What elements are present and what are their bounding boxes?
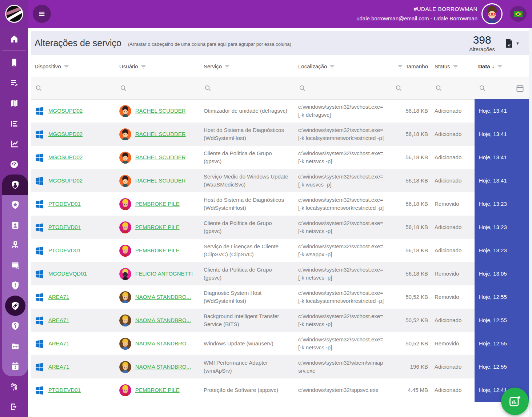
scrollbar-track[interactable] bbox=[529, 28, 532, 417]
device-link[interactable]: MGODEVQD01 bbox=[48, 270, 87, 278]
sidebar-item-levels[interactable] bbox=[0, 113, 28, 134]
device-link[interactable]: MGOSUPD02 bbox=[48, 153, 83, 161]
sidebar-item-shield-alert[interactable] bbox=[2, 276, 28, 296]
user-link[interactable]: PEMBROKE PILE bbox=[135, 246, 180, 254]
table-row[interactable]: MGOSUPD02 RACHEL SCUDDER Serviço Medic d… bbox=[31, 169, 529, 192]
sidebar-item-network-upload[interactable] bbox=[2, 235, 28, 256]
sidebar-item-map[interactable] bbox=[0, 93, 28, 113]
app-window: #UDALE BORROWMAN udale.borrowman@email.c… bbox=[0, 0, 532, 417]
menu-toggle-button[interactable] bbox=[33, 5, 51, 23]
sidebar-item-reports[interactable] bbox=[0, 134, 28, 154]
user-link[interactable]: FELICIO ANTOGNETTI bbox=[135, 270, 193, 278]
calendar-icon bbox=[516, 84, 524, 92]
table-row[interactable]: MGOSUPD02 RACHEL SCUDDER Host do Sistema… bbox=[31, 123, 529, 146]
table-row[interactable]: PTODEVD01 PEMBROKE PILE Host do Sistema … bbox=[31, 192, 529, 216]
service-status: Adicionado bbox=[431, 123, 475, 146]
service-name: Windows Update (wuauserv) bbox=[200, 332, 295, 355]
sidebar-item-shield-link-active[interactable] bbox=[2, 296, 28, 316]
user-link[interactable]: RACHEL SCUDDER bbox=[135, 177, 186, 185]
user-link[interactable]: PEMBROKE PILE bbox=[135, 386, 180, 394]
col-header-usuario[interactable]: Usuário bbox=[116, 55, 200, 77]
sidebar-item-fingerprint[interactable] bbox=[0, 376, 28, 397]
device-link[interactable]: AREA71 bbox=[48, 316, 69, 324]
sidebar-item-home[interactable] bbox=[0, 29, 28, 49]
table-row[interactable]: AREA71 NAOMA STANDBRO... Diagnostic Syst… bbox=[31, 285, 529, 309]
table-row[interactable]: AREA71 NAOMA STANDBRO... Background Inte… bbox=[31, 309, 529, 332]
col-header-localizacao[interactable]: Localização bbox=[295, 55, 391, 77]
device-link[interactable]: PTODEVD01 bbox=[48, 246, 81, 254]
device-link[interactable]: AREA71 bbox=[48, 363, 69, 371]
sidebar-item-security-group[interactable] bbox=[2, 175, 28, 195]
sidebar-item-id-badge[interactable] bbox=[2, 215, 28, 235]
sidebar-item-tasks[interactable] bbox=[0, 73, 28, 93]
service-status: Adicionado bbox=[431, 169, 475, 192]
table-row[interactable]: AREA71 NAOMA STANDBRO... Windows Update … bbox=[31, 332, 529, 355]
table-row[interactable]: PTODEVD01 PEMBROKE PILE Serviço de Licen… bbox=[31, 239, 529, 262]
service-name: Host do Sistema de Diagnósticos (WdiSyst… bbox=[200, 123, 295, 146]
table-row[interactable]: PTODEVD01 PEMBROKE PILE Proteção de Soft… bbox=[31, 378, 529, 402]
language-flag-button[interactable] bbox=[510, 6, 527, 22]
table-row[interactable]: MGODEVQD01 FELICIO ANTOGNETTI Cliente da… bbox=[31, 262, 529, 285]
add-report-fab[interactable] bbox=[501, 388, 529, 415]
col-header-tamanho[interactable]: Tamanho bbox=[391, 55, 431, 77]
search-icon bbox=[299, 85, 306, 92]
table-row[interactable]: MGOSUPD02 RACHEL SCUDDER Cliente da Polí… bbox=[31, 146, 529, 169]
user-link[interactable]: RACHEL SCUDDER bbox=[135, 107, 186, 115]
device-link[interactable]: PTODEVD01 bbox=[48, 386, 81, 394]
device-link[interactable]: PTODEVD01 bbox=[48, 223, 81, 231]
sidebar-item-calendar-alert[interactable] bbox=[2, 356, 28, 377]
filter-icon bbox=[397, 64, 403, 69]
sidebar-item-folder-transfer[interactable] bbox=[2, 336, 28, 356]
user-link[interactable]: NAOMA STANDBRO... bbox=[135, 316, 191, 324]
filter-input-tamanho[interactable] bbox=[391, 77, 431, 99]
sidebar-item-logout[interactable] bbox=[0, 397, 28, 417]
search-icon bbox=[204, 85, 211, 92]
filter-input-localizacao[interactable] bbox=[295, 77, 391, 99]
windows-icon bbox=[35, 176, 44, 186]
page-header: Alterações de serviço (Arrastar o cabeça… bbox=[31, 31, 529, 55]
service-location: c:\windows\system32\svchost.exe=[-k nets… bbox=[295, 146, 391, 169]
user-link[interactable]: NAOMA STANDBRO... bbox=[135, 340, 191, 348]
topbar-avatar[interactable] bbox=[481, 3, 503, 24]
export-button[interactable]: ▼ bbox=[505, 39, 520, 48]
device-link[interactable]: MGOSUPD02 bbox=[48, 107, 83, 115]
service-location: c:\windows\system32\svchost.exe=[-k wsap… bbox=[295, 239, 391, 262]
sidebar-item-dashboard[interactable] bbox=[0, 154, 28, 175]
sidebar-item-shield-star[interactable] bbox=[2, 195, 28, 215]
device-link[interactable]: AREA71 bbox=[48, 293, 69, 301]
sidebar-item-devices[interactable] bbox=[0, 52, 28, 73]
col-header-status[interactable]: Status bbox=[431, 55, 475, 77]
device-link[interactable]: AREA71 bbox=[48, 340, 69, 348]
col-header-dispositivo[interactable]: Dispositivo bbox=[31, 55, 116, 77]
table-row[interactable]: MGOSUPD02 RACHEL SCUDDER Otimizador de u… bbox=[31, 99, 529, 123]
filter-input-data[interactable] bbox=[475, 77, 529, 99]
user-link[interactable]: PEMBROKE PILE bbox=[135, 200, 180, 208]
service-name: WMI Performance Adapter (wmiApSrv) bbox=[200, 355, 295, 378]
windows-icon bbox=[35, 339, 44, 349]
filter-input-status[interactable] bbox=[431, 77, 475, 99]
service-status: Adicionado bbox=[431, 99, 475, 123]
table-row[interactable]: PTODEVD01 PEMBROKE PILE Cliente da Polít… bbox=[31, 216, 529, 239]
filter-input-usuario[interactable] bbox=[116, 77, 200, 99]
sidebar-item-window-gear[interactable] bbox=[2, 255, 28, 276]
col-header-data[interactable]: Data↓ bbox=[475, 55, 529, 77]
user-link[interactable]: NAOMA STANDBRO... bbox=[135, 293, 191, 301]
device-link[interactable]: MGOSUPD02 bbox=[48, 177, 83, 185]
service-status: Removido bbox=[431, 285, 475, 309]
service-date: Hoje, 12:55 bbox=[475, 355, 529, 378]
sidebar-item-shield-key[interactable] bbox=[2, 316, 28, 336]
user-link[interactable]: NAOMA STANDBRO... bbox=[135, 363, 191, 371]
user-link[interactable]: RACHEL SCUDDER bbox=[135, 130, 186, 138]
table-row[interactable]: AREA71 NAOMA STANDBRO... WMI Performance… bbox=[31, 355, 529, 378]
app-logo[interactable] bbox=[0, 0, 28, 28]
col-header-servico[interactable]: Serviço bbox=[200, 55, 295, 77]
filter-input-servico[interactable] bbox=[200, 77, 295, 99]
service-date: Hoje, 13:23 bbox=[475, 192, 529, 216]
user-avatar bbox=[119, 105, 131, 117]
user-link[interactable]: RACHEL SCUDDER bbox=[135, 153, 186, 161]
device-link[interactable]: MGOSUPD02 bbox=[48, 130, 83, 138]
service-location: c:\windows\system32\svchost.exe=[-k loca… bbox=[295, 123, 391, 146]
device-link[interactable]: PTODEVD01 bbox=[48, 200, 81, 208]
filter-input-dispositivo[interactable] bbox=[31, 77, 116, 99]
user-link[interactable]: PEMBROKE PILE bbox=[135, 223, 180, 231]
